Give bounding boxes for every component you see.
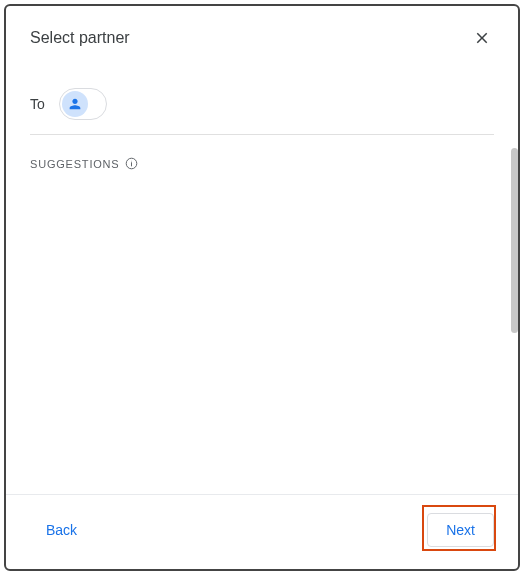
dialog-footer: Back Next [6,494,518,569]
scrollbar[interactable] [511,148,518,333]
svg-point-2 [132,161,133,162]
next-button[interactable]: Next [427,513,494,547]
suggestions-label: SUGGESTIONS [30,157,494,170]
close-button[interactable] [470,26,494,50]
info-icon[interactable] [125,157,138,170]
select-partner-dialog: Select partner To SUGGESTIONS Back Next [4,4,520,571]
selected-partner-chip[interactable] [59,88,107,120]
close-icon [473,29,491,47]
back-button[interactable]: Back [30,514,93,546]
dialog-header: Select partner [6,6,518,60]
avatar [62,91,88,117]
partner-input[interactable] [121,94,271,114]
dialog-title: Select partner [30,29,130,47]
to-label: To [30,96,45,112]
suggestions-text: SUGGESTIONS [30,158,119,170]
to-row: To [6,60,518,134]
suggestions-section: SUGGESTIONS [6,135,518,494]
person-icon [67,96,83,112]
